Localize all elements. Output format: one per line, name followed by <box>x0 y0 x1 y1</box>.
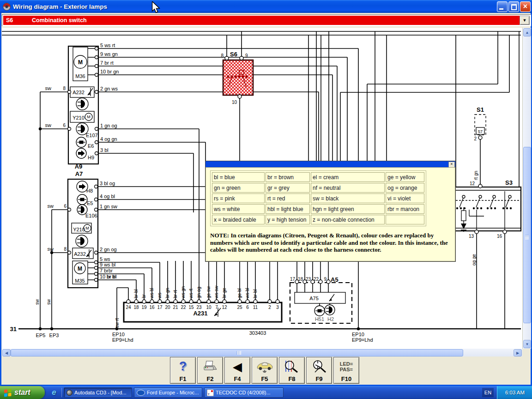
svg-text:br ge: br ge <box>222 288 227 298</box>
system-tray-clock[interactable]: 6:03 AM <box>497 386 532 399</box>
led-pas-button[interactable]: LED= PAS= F10 <box>333 357 359 384</box>
fkey-label: F5 <box>261 375 268 382</box>
svg-text:9: 9 <box>324 277 326 282</box>
vertical-scroll-thumb[interactable] <box>523 147 531 323</box>
colour-code-cell: vi = violet <box>386 193 424 203</box>
svg-text:16: 16 <box>497 234 502 239</box>
print-button[interactable]: F2 <box>197 357 223 384</box>
back-arrow-icon: ◀ <box>233 361 242 373</box>
taskbar-divider <box>61 388 62 397</box>
colour-code-cell: rs = pink <box>212 193 265 203</box>
svg-text:sw: sw <box>48 203 54 209</box>
colour-code-popup: × bl = blue br = brown el = cream ge = y… <box>205 161 456 262</box>
svg-text:22: 22 <box>314 277 319 282</box>
window-titlebar[interactable]: Wiring diagram - Exterior lamps × <box>0 0 532 13</box>
svg-text:23: 23 <box>196 305 202 310</box>
scroll-right-icon: ▶ <box>516 351 519 355</box>
window-border-left <box>0 13 1 386</box>
component-select-value[interactable]: S6 Combination switch <box>3 16 520 25</box>
component-s6-selected[interactable] <box>223 56 253 98</box>
svg-text:13: 13 <box>469 234 474 239</box>
horizontal-scroll-thumb[interactable] <box>11 349 463 357</box>
popup-body: bl = blue br = brown el = cream ge = yel… <box>206 167 455 261</box>
svg-text:Y210: Y210 <box>73 227 85 232</box>
zoom-component-button[interactable]: F9 <box>306 357 332 384</box>
svg-text:H51: H51 <box>315 316 324 322</box>
horizontal-scrollbar[interactable]: ◀ ▶ <box>2 349 522 357</box>
svg-text:18: 18 <box>133 305 139 310</box>
led-pas-icon: LED= PAS= <box>340 361 353 372</box>
svg-text:sw rt: sw rt <box>115 318 120 328</box>
fkey-label: F2 <box>206 375 213 382</box>
svg-text:ge sw: ge sw <box>206 286 211 298</box>
svg-text:5 ws rt: 5 ws rt <box>100 42 115 48</box>
svg-text:ws bl: ws bl <box>245 288 250 299</box>
windows-flag-icon <box>3 388 12 397</box>
colour-code-cell: nf = neutral <box>311 183 385 193</box>
svg-text:21: 21 <box>173 305 178 310</box>
magnifier-component-icon <box>311 360 327 374</box>
svg-text:A5: A5 <box>331 276 339 283</box>
scroll-right-button[interactable]: ▶ <box>514 349 522 357</box>
svg-text:EP3: EP3 <box>49 332 59 338</box>
colour-code-cell: og = orange <box>386 183 424 193</box>
scroll-left-button[interactable]: ◀ <box>2 349 11 357</box>
svg-text:M: M <box>87 115 91 119</box>
component-a7[interactable] <box>68 179 98 288</box>
taskbar-item-ford[interactable]: Ford Europe - Microc... <box>134 387 202 398</box>
svg-text:M35: M35 <box>75 278 85 284</box>
scroll-up-button[interactable]: ▲ <box>523 28 531 36</box>
taskbar-item-autodata[interactable]: Autodata CD3 - [Mod... <box>64 387 132 398</box>
back-button[interactable]: ◀ F4 <box>224 357 250 384</box>
svg-text:16: 16 <box>149 305 155 310</box>
minimize-button[interactable] <box>497 1 508 12</box>
language-indicator[interactable]: EN <box>482 388 494 397</box>
svg-text:br rt: br rt <box>173 290 178 298</box>
svg-text:9: 9 <box>245 53 248 58</box>
svg-text:H9: H9 <box>88 155 94 160</box>
fkey-label: F8 <box>288 375 295 382</box>
svg-text:4 og bl: 4 og bl <box>100 193 115 199</box>
svg-text:31: 31 <box>10 326 17 332</box>
svg-text:H2: H2 <box>327 316 334 322</box>
quicklaunch-ie[interactable]: e <box>49 388 59 397</box>
svg-text:sw: sw <box>35 299 40 305</box>
svg-text:8: 8 <box>64 247 66 252</box>
internet-explorer-icon: e <box>52 388 56 397</box>
svg-text:23: 23 <box>306 277 311 282</box>
vertical-scrollbar[interactable]: ▲ ▼ <box>522 28 531 349</box>
svg-text:E107: E107 <box>86 133 98 138</box>
restore-icon <box>511 4 517 10</box>
vehicle-button[interactable]: F5 <box>252 357 278 384</box>
svg-text:2: 2 <box>474 136 477 141</box>
start-label: start <box>14 388 30 397</box>
taskbar-item-tecdoc[interactable]: T TECDOC CD (4/2008)... <box>204 387 284 398</box>
svg-text:3: 3 <box>276 305 279 310</box>
colour-code-cell: gr = grey <box>266 183 310 193</box>
svg-text:S1: S1 <box>477 106 484 113</box>
svg-text:17: 17 <box>157 305 163 310</box>
svg-text:11: 11 <box>253 305 258 310</box>
restore-button[interactable] <box>508 1 519 12</box>
svg-text:sw: sw <box>48 246 54 252</box>
application-window: Wiring diagram - Exterior lamps × S6 Com… <box>0 0 532 399</box>
zoom-wires-button[interactable]: F8 <box>279 357 305 384</box>
function-toolbar: ? F1 F2 ◀ F4 <box>1 357 531 385</box>
component-s3[interactable] <box>455 184 521 234</box>
close-icon: × <box>520 2 530 12</box>
colour-code-cell: ws = white <box>212 204 265 214</box>
component-select[interactable]: S6 Combination switch ▼ <box>2 14 531 26</box>
tecdoc-icon: T <box>207 389 214 396</box>
chevron-down-icon: ▼ <box>523 18 527 23</box>
component-s1[interactable] <box>475 115 486 139</box>
popup-titlebar[interactable]: × <box>206 161 455 167</box>
start-button[interactable]: start <box>0 386 45 399</box>
scroll-down-button[interactable]: ▼ <box>523 340 531 348</box>
fkey-label: F1 <box>179 375 186 382</box>
dropdown-arrow-button[interactable]: ▼ <box>520 16 530 25</box>
help-button[interactable]: ? F1 <box>170 357 196 384</box>
taskbar-item-label: TECDOC CD (4/2008)... <box>216 390 271 395</box>
close-button[interactable]: × <box>520 1 531 12</box>
colour-code-cell: z = non-cable connection <box>311 215 385 224</box>
svg-text:A231: A231 <box>193 310 207 317</box>
